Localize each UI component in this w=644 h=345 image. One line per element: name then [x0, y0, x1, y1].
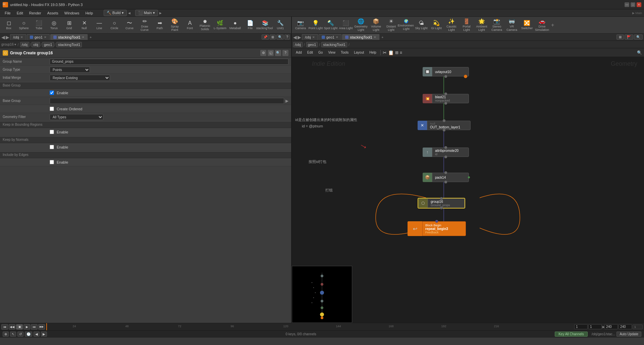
nav-forward[interactable]: ▶: [6, 35, 9, 40]
base-group-arrow[interactable]: ▶: [285, 99, 288, 103]
step-forward-button[interactable]: ▶▶: [38, 324, 45, 330]
tool-gi-light[interactable]: 💫GI Light: [429, 18, 444, 33]
tool-ambient-light[interactable]: 🌟Ambient Light: [474, 18, 489, 33]
status-next-key-button[interactable]: ▶: [41, 332, 47, 337]
menu-render[interactable]: Render: [26, 10, 44, 16]
ne-cut-button[interactable]: ✂: [383, 50, 387, 55]
tool-volume-light[interactable]: 📦Volume Light: [369, 18, 383, 33]
layout-button[interactable]: ⊞: [270, 35, 276, 40]
right-tab-stacking[interactable]: stackingTool1 ✕: [342, 34, 379, 40]
ne-copy-button[interactable]: 📋: [388, 50, 394, 55]
node-settings-button[interactable]: ⚙: [260, 50, 266, 56]
right-fit-button[interactable]: ⊞: [616, 35, 624, 40]
tool-font[interactable]: AFont: [182, 18, 197, 33]
node-repeat-begin3[interactable]: ↩ Block Begin repeat_begin3 Feedback: [408, 221, 466, 236]
goto-end-button[interactable]: ⏭: [31, 324, 38, 330]
tab-add-button[interactable]: +: [90, 35, 92, 39]
tool-circle[interactable]: ○Circle: [107, 18, 122, 33]
tool-portal-light[interactable]: 🚪Portal Light: [459, 18, 474, 33]
node-out-bottom-layer1[interactable]: ✕ Null OUT_bottom_layer1: [418, 121, 471, 130]
status-prev-key-button[interactable]: ◀: [34, 332, 40, 337]
right-search-button[interactable]: 🔍: [634, 35, 643, 40]
tab-stacking-close[interactable]: ✕: [82, 36, 85, 39]
tab-geo1-close[interactable]: ✕: [44, 36, 47, 39]
right-nav-forward[interactable]: ▶: [298, 35, 301, 40]
ne-go-button[interactable]: Go: [316, 50, 325, 55]
tool-vr-camera[interactable]: 🥽VR Camera: [504, 18, 519, 33]
status-rotate-button[interactable]: ↺: [17, 332, 23, 337]
ne-layout-button[interactable]: Layout: [352, 50, 366, 55]
right-tab-add[interactable]: +: [381, 35, 383, 39]
node-blast21[interactable]: 💥 blast21 nonpacked: [423, 94, 469, 103]
frame-end2-input[interactable]: [619, 324, 632, 329]
build-menu[interactable]: 🔨 Build ▾: [104, 10, 127, 16]
current-frame-input[interactable]: [574, 324, 588, 329]
ne-grid-button[interactable]: ⊞: [395, 50, 398, 55]
node-graph-canvas[interactable]: Indie Edition Geometry: [292, 57, 644, 323]
key-all-channels-button[interactable]: Key All Channels: [555, 332, 588, 337]
group-type-dropdown[interactable]: Points Edges Primitives Vertices: [50, 67, 90, 73]
tool-null[interactable]: ✕Null: [77, 18, 92, 33]
tool-l-system[interactable]: 🌿L-System: [213, 18, 227, 33]
tab-stacking-tool1[interactable]: stackingTool1 ✕: [50, 34, 88, 40]
step-back-button[interactable]: ◀◀: [9, 324, 15, 330]
tool-curve[interactable]: 〜Curve: [122, 18, 137, 33]
path-stacking[interactable]: geo1: [42, 42, 54, 47]
sub-frame-input[interactable]: [588, 324, 602, 329]
tool-stacking-tool1[interactable]: 📚stackingTool1: [258, 18, 273, 33]
geometry-filter-dropdown[interactable]: All Types Points Primitives: [50, 114, 103, 120]
tab-obj-close[interactable]: ✕: [20, 36, 23, 39]
node-bookmark-button[interactable]: ◱: [268, 50, 274, 56]
tool-switcher[interactable]: 🔀Switcher: [520, 18, 534, 33]
path-geo1[interactable]: obj: [32, 42, 40, 47]
edges-checkbox[interactable]: [50, 160, 54, 164]
ne-view-button[interactable]: View: [326, 50, 337, 55]
tool-sphere[interactable]: ○Sphere: [16, 18, 31, 33]
tool-point-light[interactable]: 💡Point Light: [308, 18, 323, 33]
tool-sky-light[interactable]: 🌤Sky Light: [414, 18, 429, 33]
tool-distant-light[interactable]: ☀Distant Light: [384, 18, 398, 33]
auto-update-button[interactable]: Auto Update: [616, 332, 641, 337]
path-obj[interactable]: /obj: [20, 42, 30, 47]
tool-env-light[interactable]: 🌍Environment Light: [399, 18, 414, 33]
tab-geo1[interactable]: geo1 ✕: [27, 34, 50, 40]
menu-help[interactable]: Help: [83, 10, 96, 16]
ne-help-button[interactable]: Help: [367, 50, 378, 55]
main-workspace-label[interactable]: ⬛ Main ▾: [135, 10, 158, 16]
ne-edit-button[interactable]: Edit: [305, 50, 315, 55]
status-clock-button[interactable]: 🕐: [25, 332, 32, 337]
close-button[interactable]: ✕: [637, 2, 641, 7]
tool-spray-paint[interactable]: 🎨Spray Paint: [167, 18, 182, 33]
tool-drive-simulation[interactable]: 🚗Drive Simulation: [535, 18, 549, 33]
normals-checkbox[interactable]: [50, 145, 54, 149]
tool-path[interactable]: ➡Path: [152, 18, 167, 33]
maximize-button[interactable]: □: [631, 2, 635, 7]
nav-back[interactable]: ◀: [1, 35, 5, 40]
goto-start-button[interactable]: ⏮: [1, 324, 8, 330]
tool-grid[interactable]: ⊞Grid: [62, 18, 76, 33]
menu-windows[interactable]: Windows: [62, 10, 82, 16]
menu-file[interactable]: File: [2, 10, 13, 16]
tool-draw-curve[interactable]: ✏Draw Curve: [137, 18, 152, 33]
right-tab-obj[interactable]: /obj ✕: [302, 34, 318, 40]
tool-area-light[interactable]: ⬛Area Light: [338, 18, 353, 33]
right-tab-stacking-close[interactable]: ✕: [374, 36, 376, 39]
group-name-input[interactable]: [50, 59, 288, 65]
status-snap-button[interactable]: ⊕: [3, 332, 9, 337]
menu-assets[interactable]: Assets: [45, 10, 61, 16]
node-uvlayout10[interactable]: 🔲 uvlayout10: [423, 67, 469, 76]
ne-search-icon[interactable]: 🔍: [637, 50, 642, 55]
tool-caustic-light[interactable]: ✨Caustic Light: [444, 18, 459, 33]
right-flag-button[interactable]: 🚩: [625, 35, 633, 40]
help-button-left[interactable]: ?: [284, 35, 290, 40]
tab-obj[interactable]: /obj ✕: [10, 34, 26, 40]
tool-spot-light[interactable]: 🔦Spot Light: [323, 18, 338, 33]
zoom-button[interactable]: 🔍: [276, 35, 284, 40]
right-path-stacking[interactable]: stackingTool1: [321, 42, 347, 47]
tool-line[interactable]: —Line: [92, 18, 107, 33]
stop-button[interactable]: ⏹: [16, 324, 23, 330]
right-tab-obj-close[interactable]: ✕: [312, 36, 315, 39]
tool-camera[interactable]: 📷Camera: [293, 18, 308, 33]
ne-add-button[interactable]: Add: [294, 50, 304, 55]
path-stacking2[interactable]: stackingTool1: [56, 42, 82, 47]
